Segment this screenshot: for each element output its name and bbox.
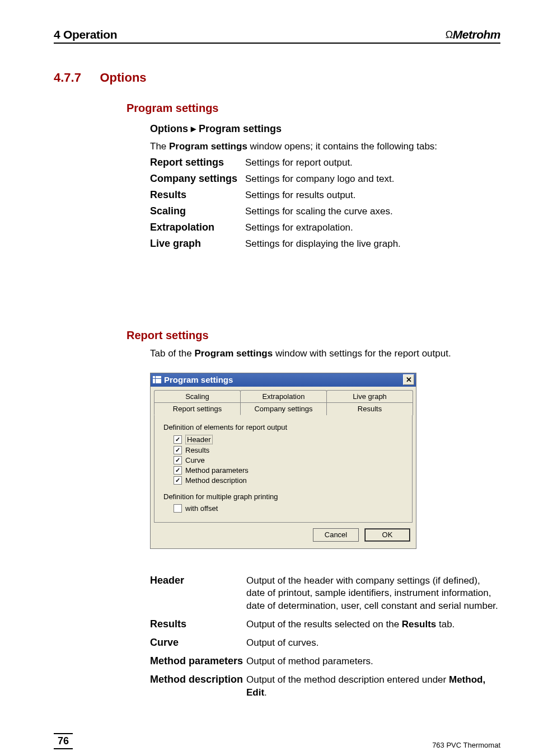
section-heading: 4.7.7 Options (54, 71, 500, 85)
field-name: Method parameters (150, 655, 246, 667)
tab-desc: Settings for results output. (245, 189, 500, 202)
section-title: Options (100, 71, 146, 84)
dialog-title-text: Program settings (164, 375, 233, 384)
tab-term: Company settings (150, 173, 245, 186)
field-row-header: Header Output of the header with company… (150, 575, 500, 613)
field-desc-bold: Results (402, 619, 436, 630)
brand-name: Metrohm (453, 28, 500, 41)
checkbox-label[interactable]: Header (185, 435, 213, 444)
field-desc-pre: Output of the method description entered… (246, 674, 449, 685)
field-row-curve: Curve Output of curves. (150, 637, 500, 650)
tab-definition-list: Report settings Settings for report outp… (150, 157, 500, 251)
field-row-method-parameters: Method parameters Output of method param… (150, 655, 500, 668)
dialog-tabrow-front: Report settings Company settings Results (154, 402, 413, 415)
dialog-tab-panel: Definition of elements for report output… (154, 415, 413, 523)
checkbox-label[interactable]: Curve (185, 456, 205, 464)
checkbox-label[interactable]: Method parameters (185, 466, 249, 475)
tab-desc: Settings for company logo and text. (245, 173, 500, 186)
dialog-titlebar[interactable]: Program settings ✕ (151, 373, 416, 387)
tab-desc: Settings for scaling the curve axes. (245, 205, 500, 218)
dialog-tabrow-back: Scaling Extrapolation Live graph (154, 390, 413, 402)
checkbox-row-results: Results (174, 446, 403, 454)
tab-desc: Settings for displaying the live graph. (245, 238, 500, 251)
checkbox-label[interactable]: with offset (185, 504, 218, 513)
report-intro: Tab of the Program settings window with … (150, 348, 500, 360)
tab-term: Extrapolation (150, 222, 245, 234)
list-item: Scaling Settings for scaling the curve a… (150, 205, 500, 218)
section-number: 4.7.7 (54, 71, 97, 85)
checkbox-row-method-parameters: Method parameters (174, 466, 403, 475)
checkbox-row-curve: Curve (174, 456, 403, 464)
group1-label: Definition of elements for report output (163, 423, 403, 431)
list-item: Company settings Settings for company lo… (150, 173, 500, 186)
checkbox-row-header: Header (174, 435, 403, 444)
app-icon (153, 376, 161, 383)
intro-text: The Program settings window opens; it co… (150, 140, 500, 153)
list-item: Report settings Settings for report outp… (150, 157, 500, 170)
tab-term: Results (150, 189, 245, 202)
field-desc: Output of the method description entered… (246, 674, 500, 699)
report-settings-heading: Report settings (127, 329, 500, 342)
tab-term: Live graph (150, 238, 245, 251)
dialog-button-row: Cancel OK (151, 523, 416, 548)
checkbox-results[interactable] (174, 446, 182, 454)
tab-report-settings[interactable]: Report settings (154, 402, 241, 415)
report-intro-bold: Program settings (194, 348, 273, 359)
program-settings-heading: Program settings (127, 102, 500, 115)
menu-path: Options ▸ Program settings (150, 123, 500, 135)
footer-product: 763 PVC Thermomat (432, 741, 500, 749)
field-name: Curve (150, 637, 246, 649)
report-intro-suffix: window with settings for the report outp… (273, 348, 451, 359)
tab-desc: Settings for report output. (245, 157, 500, 170)
field-desc: Output of the header with company settin… (246, 575, 500, 613)
page-footer: 76 763 PVC Thermomat (54, 733, 500, 749)
field-desc: Output of method parameters. (246, 655, 500, 668)
program-settings-dialog: Program settings ✕ Scaling Extrapolation… (150, 373, 416, 549)
report-intro-prefix: Tab of the (150, 348, 194, 359)
field-desc: Output of the results selected on the Re… (246, 618, 500, 631)
brand-symbol-icon: Ω (446, 29, 453, 40)
page-number: 76 (54, 733, 73, 749)
tab-desc: Settings for extrapolation. (245, 222, 500, 234)
tab-term: Scaling (150, 205, 245, 218)
checkbox-curve[interactable] (174, 456, 182, 464)
field-desc: Output of curves. (246, 637, 500, 650)
field-row-results: Results Output of the results selected o… (150, 618, 500, 631)
field-name: Method description (150, 674, 246, 685)
checkbox-method-description[interactable] (174, 476, 182, 485)
dialog-tabstrip: Scaling Extrapolation Live graph Report … (151, 387, 416, 415)
close-icon: ✕ (406, 375, 412, 384)
ok-button[interactable]: OK (364, 528, 410, 542)
field-name: Header (150, 575, 246, 586)
checkbox-label[interactable]: Method description (185, 476, 247, 485)
field-row-method-description: Method description Output of the method … (150, 674, 500, 699)
intro-bold: Program settings (169, 141, 247, 152)
cancel-button[interactable]: Cancel (313, 528, 359, 542)
checkbox-row-method-description: Method description (174, 476, 403, 485)
dialog-title: Program settings (153, 375, 233, 384)
tab-results[interactable]: Results (326, 402, 413, 415)
checkbox-with-offset[interactable] (174, 504, 182, 513)
tab-scaling[interactable]: Scaling (154, 390, 241, 402)
tab-live-graph[interactable]: Live graph (326, 390, 413, 402)
tab-company-settings[interactable]: Company settings (240, 402, 327, 415)
list-item: Extrapolation Settings for extrapolation… (150, 222, 500, 234)
checkbox-method-parameters[interactable] (174, 466, 182, 475)
checkbox-label[interactable]: Results (185, 446, 209, 454)
close-button[interactable]: ✕ (403, 374, 414, 385)
header-left: 4 Operation (54, 28, 117, 41)
group2-label: Definition for multiple graph printing (163, 492, 403, 501)
field-descriptions: Header Output of the header with company… (150, 575, 500, 700)
tab-term: Report settings (150, 157, 245, 170)
page-header: 4 Operation ΩMetrohm (54, 28, 500, 44)
list-item: Results Settings for results output. (150, 189, 500, 202)
intro-prefix: The (150, 141, 169, 152)
checkbox-row-with-offset: with offset (174, 504, 403, 513)
tab-extrapolation[interactable]: Extrapolation (240, 390, 327, 402)
checkbox-header[interactable] (174, 435, 182, 444)
list-item: Live graph Settings for displaying the l… (150, 238, 500, 251)
field-desc-pre: Output of the results selected on the (246, 619, 402, 630)
field-desc-post: . (264, 687, 267, 698)
field-desc-post: tab. (436, 619, 455, 630)
field-name: Results (150, 618, 246, 630)
